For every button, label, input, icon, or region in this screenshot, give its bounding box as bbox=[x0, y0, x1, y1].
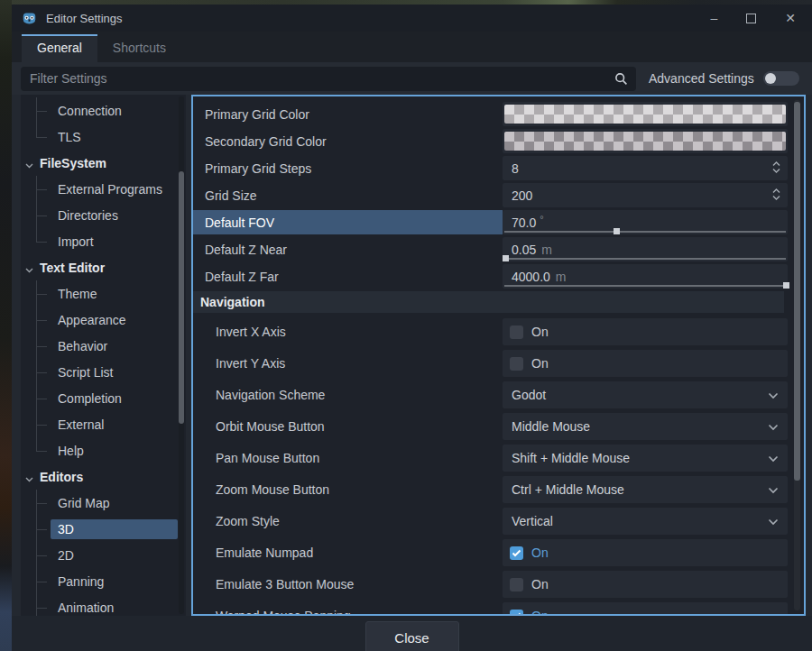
sidebar-item-animation[interactable]: Animation bbox=[21, 594, 186, 616]
setting-value-cell[interactable] bbox=[503, 129, 788, 153]
maximize-button[interactable] bbox=[746, 14, 756, 23]
sidebar-item-import[interactable]: Import bbox=[21, 228, 186, 254]
setting-value-cell[interactable] bbox=[503, 102, 788, 126]
close-button[interactable]: Close bbox=[365, 621, 459, 651]
sidebar-item-editors[interactable]: Editors bbox=[21, 463, 186, 490]
sidebar-item-external[interactable]: External bbox=[21, 411, 186, 437]
sidebar-item-script-list[interactable]: Script List bbox=[21, 359, 186, 385]
setting-value-cell[interactable]: 4000.0m bbox=[503, 264, 788, 289]
filter-settings-input[interactable] bbox=[21, 67, 636, 91]
slider-track[interactable] bbox=[504, 285, 786, 287]
advanced-settings-toggle[interactable] bbox=[763, 71, 799, 86]
checkbox-unchecked[interactable] bbox=[510, 326, 523, 339]
sidebar-item-completion[interactable]: Completion bbox=[21, 385, 186, 411]
title-bar[interactable]: Editor Settings – ✕ bbox=[12, 5, 812, 32]
spinner-updown-icon[interactable] bbox=[771, 187, 781, 204]
sidebar-item-label: Theme bbox=[51, 284, 178, 304]
slider-value[interactable]: 4000.0 bbox=[503, 270, 550, 284]
setting-value-cell[interactable]: 70.0° bbox=[503, 210, 788, 234]
settings-panel: Primary Grid ColorSecondary Grid ColorPr… bbox=[191, 95, 806, 616]
sidebar-item-label: 2D bbox=[51, 546, 178, 565]
tab-general[interactable]: General bbox=[22, 34, 97, 62]
content-area: ConnectionTLSFileSystemExternal Programs… bbox=[12, 95, 812, 616]
slider-handle[interactable] bbox=[503, 255, 509, 261]
color-swatch-transparent[interactable] bbox=[504, 105, 786, 124]
setting-label: Zoom Style bbox=[193, 508, 503, 535]
slider-track[interactable] bbox=[504, 231, 786, 233]
sidebar-item-appearance[interactable]: Appearance bbox=[21, 307, 186, 333]
value-unit: m bbox=[541, 243, 552, 257]
setting-label: Warped Mouse Panning bbox=[193, 602, 503, 616]
setting-row-primary-grid-color: Primary Grid Color bbox=[193, 102, 788, 126]
sidebar-item-label: External bbox=[51, 415, 178, 435]
sidebar-item-directories[interactable]: Directories bbox=[21, 202, 186, 228]
spin-value[interactable]: 8 bbox=[503, 161, 519, 176]
checkbox-unchecked[interactable] bbox=[510, 357, 523, 371]
sidebar-item-label: Import bbox=[51, 232, 178, 252]
sidebar-item-help[interactable]: Help bbox=[21, 437, 186, 463]
setting-value-cell[interactable]: Godot bbox=[503, 381, 788, 408]
slider-value[interactable]: 70.0 bbox=[503, 215, 536, 230]
filter-toolbar: Advanced Settings bbox=[12, 62, 812, 95]
dropdown-value[interactable]: Ctrl + Middle Mouse bbox=[503, 482, 624, 497]
tree-scrollbar-thumb[interactable] bbox=[179, 171, 184, 424]
dropdown-value[interactable]: Shift + Middle Mouse bbox=[503, 451, 630, 465]
setting-value-cell[interactable]: Vertical bbox=[503, 508, 788, 535]
setting-row-warped-mouse-panning: Warped Mouse PanningOn bbox=[193, 602, 788, 616]
sidebar-item-connection[interactable]: Connection bbox=[21, 97, 186, 124]
settings-rows: Primary Grid ColorSecondary Grid ColorPr… bbox=[193, 96, 804, 616]
close-window-button[interactable]: ✕ bbox=[785, 12, 796, 24]
dropdown-value[interactable]: Godot bbox=[503, 388, 546, 402]
sidebar-item-panning[interactable]: Panning bbox=[21, 568, 186, 594]
chevron-down-icon[interactable] bbox=[768, 514, 779, 528]
setting-label: Zoom Mouse Button bbox=[193, 476, 503, 503]
checkbox-checked[interactable] bbox=[510, 610, 523, 617]
setting-value-cell[interactable]: 200 bbox=[503, 183, 788, 207]
sidebar-item-2d[interactable]: 2D bbox=[21, 542, 186, 568]
dropdown-value[interactable]: Vertical bbox=[503, 514, 553, 528]
dropdown-value[interactable]: Middle Mouse bbox=[503, 419, 590, 434]
setting-value-cell[interactable]: Middle Mouse bbox=[503, 413, 788, 440]
setting-value-cell[interactable]: 8 bbox=[503, 156, 788, 180]
checkbox-unchecked[interactable] bbox=[510, 578, 523, 591]
chevron-down-icon[interactable] bbox=[768, 419, 779, 434]
chevron-down-icon[interactable] bbox=[768, 388, 779, 402]
sidebar-item-grid-map[interactable]: Grid Map bbox=[21, 490, 186, 516]
panel-scrollbar-thumb[interactable] bbox=[794, 102, 800, 481]
slider-handle[interactable] bbox=[783, 282, 789, 289]
setting-row-invert-x-axis: Invert X AxisOn bbox=[193, 318, 788, 345]
setting-row-secondary-grid-color: Secondary Grid Color bbox=[193, 129, 788, 153]
setting-label: Navigation Scheme bbox=[193, 381, 503, 408]
setting-value-cell: On bbox=[503, 318, 788, 345]
sidebar-item-label: Panning bbox=[51, 572, 178, 591]
checkbox-checked[interactable] bbox=[510, 546, 523, 560]
sidebar-item-filesystem[interactable]: FileSystem bbox=[21, 150, 186, 176]
sidebar-item-text-editor[interactable]: Text Editor bbox=[21, 254, 186, 280]
chevron-down-icon bbox=[25, 157, 33, 171]
setting-value-cell[interactable]: Shift + Middle Mouse bbox=[503, 445, 788, 472]
setting-row-default-fov: Default FOV70.0° bbox=[193, 210, 788, 234]
sidebar-item-label: Directories bbox=[51, 206, 178, 225]
spinner-updown-icon[interactable] bbox=[771, 160, 781, 177]
tab-shortcuts[interactable]: Shortcuts bbox=[97, 34, 181, 62]
color-swatch-transparent[interactable] bbox=[504, 132, 786, 151]
chevron-down-icon[interactable] bbox=[768, 451, 779, 465]
slider-handle[interactable] bbox=[614, 228, 620, 234]
setting-label: Emulate 3 Button Mouse bbox=[193, 571, 503, 598]
slider-track[interactable] bbox=[504, 258, 786, 260]
setting-label: Secondary Grid Color bbox=[193, 129, 503, 153]
spin-value[interactable]: 200 bbox=[503, 188, 532, 203]
sidebar-item-external-programs[interactable]: External Programs bbox=[21, 176, 186, 202]
sidebar-item-behavior[interactable]: Behavior bbox=[21, 333, 186, 359]
godot-logo-icon bbox=[21, 10, 38, 27]
setting-label: Orbit Mouse Button bbox=[193, 413, 503, 440]
sidebar-item-3d[interactable]: 3D bbox=[21, 516, 186, 542]
minimize-button[interactable]: – bbox=[710, 12, 717, 24]
chevron-down-icon[interactable] bbox=[768, 482, 779, 497]
sidebar-item-theme[interactable]: Theme bbox=[21, 280, 186, 307]
chevron-down-icon bbox=[25, 471, 33, 485]
setting-value-cell[interactable]: Ctrl + Middle Mouse bbox=[503, 476, 788, 503]
sidebar-item-tls[interactable]: TLS bbox=[21, 124, 186, 150]
setting-value-cell[interactable]: 0.05m bbox=[503, 237, 788, 261]
window-title: Editor Settings bbox=[46, 12, 123, 25]
